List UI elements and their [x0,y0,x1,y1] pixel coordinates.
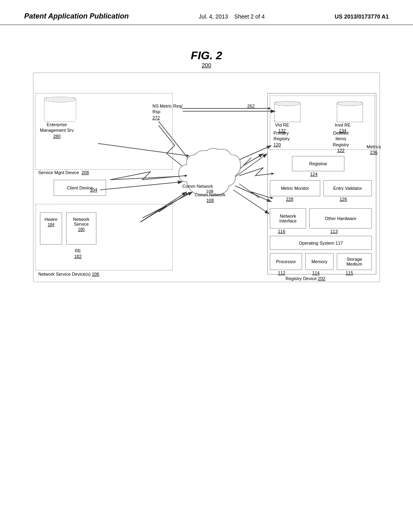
service-mgnt-label: Service Mgnt Device 208 [38,170,89,175]
vid-re-top [274,101,300,106]
invd-re-top [337,101,363,106]
network-service-devices-label: Network Service Device(s) 106 [38,271,99,277]
header-center: Jul. 4, 2013 Sheet 2 of 4 [199,13,265,20]
network-service-num: 180 [67,227,96,232]
client-device-box: Client Device [54,180,106,196]
enterprise-mgmt-top [44,97,76,102]
client-device-num: 104 [90,187,97,193]
figure-name: FIG. 2 [24,49,389,62]
metric-monitor-label: Metric Monitor [281,186,309,191]
metric-monitor-box: Metric Monitor [270,180,320,196]
top-registry-box: VId RE132 Invd RE134 PrimaryRegistry120 … [270,96,375,150]
other-hardware-num: 113 [330,229,338,234]
storage-num: 115 [346,270,353,276]
hware-box: Hware 184 [40,212,62,245]
diagram-container: EnterpriseManagement Srv280 Service Mgnt… [33,73,380,282]
page-header: Patent Application Publication Jul. 4, 2… [0,0,413,25]
service-mgnt-outer-box: EnterpriseManagement Srv280 [35,93,173,170]
registry-device-outer: VId RE132 Invd RE134 PrimaryRegistry120 … [267,93,376,274]
memory-box: Memory [305,253,334,270]
ns-metric-label: NS Metric Req/Rsp272 [152,103,183,121]
network-interface-box: NetworkInterface [270,208,306,229]
re-label: RE182 [74,248,81,260]
network-interface-num: 116 [278,229,285,234]
processor-label: Processor [276,259,296,264]
svg-line-2 [100,182,183,190]
entry-validator-box: Entry Validator [323,180,372,196]
network-service-box: NetworkService 180 [66,212,96,245]
client-device-label: Client Device [67,185,93,190]
entry-validator-label: Entry Validator [333,186,362,191]
figure-number: 200 [24,62,389,69]
processor-num: 112 [278,270,285,276]
memory-label: Memory [311,259,327,264]
entry-validator-num: 126 [340,196,347,202]
hware-num: 184 [40,222,62,227]
processor-box: Processor [270,253,302,270]
primary-registry-label: PrimaryRegistry120 [273,130,290,148]
network-service-outer: Hware 184 NetworkService 180 RE182 [35,204,173,270]
header-title: Patent Application Publication [24,12,129,21]
header-patent: US 2013/0173770 A1 [335,13,389,20]
metric-monitor-num: 228 [286,196,293,202]
registrar-label: Registrar [309,161,327,166]
other-hardware-box: Other Hardware [309,208,372,229]
metrics-label: Metrics236 [367,144,381,156]
os-label: Operating System 117 [299,241,343,245]
other-hardware-label: Other Hardware [325,216,356,221]
registrar-num: 124 [310,171,317,177]
header-sheet: Sheet 2 of 4 [234,13,265,20]
memory-num: 114 [312,270,319,276]
storage-box: StorageMedium [337,253,372,270]
storage-label: StorageMedium [346,257,362,266]
main-content: FIG. 2 200 [0,29,413,290]
comm-network-label: Comm Network108 [195,192,225,204]
os-box: Operating System 117 [270,236,372,250]
figure-title: FIG. 2 200 [24,49,389,69]
deleted-items-label: DeletedItemsRegistry122 [333,130,349,153]
network-interface-label: NetworkInterface [280,214,297,223]
registry-device-label: Registry Device 202 [286,276,325,281]
header-date: Jul. 4, 2013 [199,13,228,20]
svg-text:Comm Network: Comm Network [182,184,213,189]
registrar-box: Registrar [292,156,344,171]
hware-label: Hware [40,213,62,222]
network-service-label: NetworkService [67,213,96,227]
enterprise-mgmt-label: EnterpriseManagement Srv280 [40,122,74,139]
arrow-262-label: 262 [247,103,254,109]
